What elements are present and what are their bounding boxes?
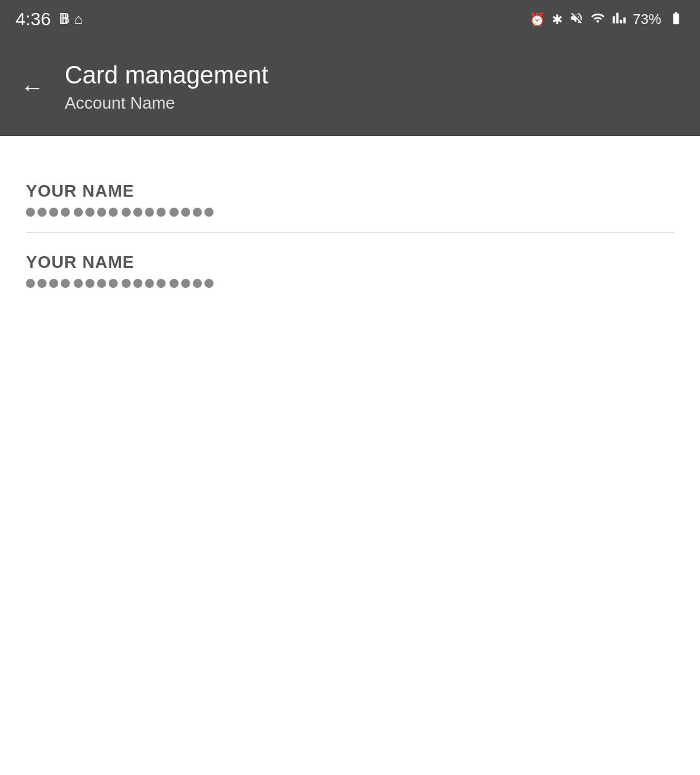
alarm-icon: ⏰ [529,12,545,27]
toolbar-title: Card management [65,61,268,91]
dot [193,208,202,217]
dot [97,208,106,217]
dot [157,208,166,217]
dot [170,208,179,217]
dot [38,208,47,217]
dot [49,208,58,217]
battery-icon [668,11,684,28]
battery-percent: 73% [633,11,661,28]
dot-group-2-3 [122,279,166,288]
status-bar: 4:36 𝔹 ⌂ ⏰ ✱ 73% [0,0,700,39]
dot [193,279,202,288]
dot [181,208,190,217]
dot [133,208,142,217]
dot-group-1-3 [122,208,166,217]
dot-group-1-2 [74,208,118,217]
dot [204,279,213,288]
dot [122,279,131,288]
dot [61,279,70,288]
status-time: 4:36 [16,9,51,30]
dot [85,279,94,288]
dot-group-1-4 [170,208,213,217]
dot [74,279,83,288]
mute-icon [569,11,584,28]
dot [145,208,154,217]
wifi-icon [590,11,606,28]
dot-group-2-2 [74,279,118,288]
dot [204,208,213,217]
bluetooth-icon: ✱ [552,12,563,27]
dot [74,208,83,217]
dot [157,279,166,288]
back-arrow-icon: ← [21,76,44,99]
back-button[interactable]: ← [16,71,49,104]
dot [109,279,118,288]
dot [61,208,70,217]
dot [26,208,35,217]
signal-icon [612,11,626,28]
list-item[interactable]: YOUR NAME [26,162,674,233]
toolbar-title-block: Card management Account Name [65,61,268,113]
status-left: 4:36 𝔹 ⌂ [16,9,83,30]
dot [170,279,179,288]
dot-group-2-4 [170,279,213,288]
dot [97,279,106,288]
home-icon: ⌂ [74,11,83,28]
toolbar: ← Card management Account Name [0,39,700,136]
paypal-icon: 𝔹 [59,11,69,28]
dot [109,208,118,217]
card-label-2: YOUR NAME [26,252,674,272]
dot [85,208,94,217]
toolbar-subtitle: Account Name [65,93,268,113]
dot [133,279,142,288]
status-icons-left: 𝔹 ⌂ [59,11,83,28]
list-item[interactable]: YOUR NAME [26,233,674,303]
status-right: ⏰ ✱ 73% [529,11,684,28]
dot [181,279,190,288]
card-dots-1 [26,208,674,217]
card-label-1: YOUR NAME [26,181,674,201]
dot [49,279,58,288]
dot [145,279,154,288]
dot [38,279,47,288]
content: YOUR NAME [0,136,700,303]
dot [122,208,131,217]
dot-group-1-1 [26,208,70,217]
card-dots-2 [26,279,674,288]
dot-group-2-1 [26,279,70,288]
dot [26,279,35,288]
